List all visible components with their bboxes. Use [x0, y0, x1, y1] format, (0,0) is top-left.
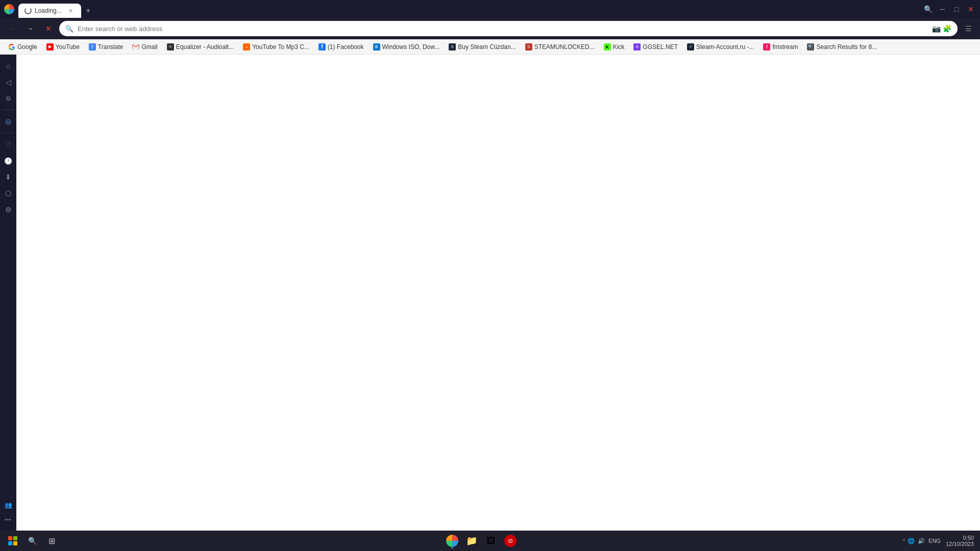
- sidebar-target-icon[interactable]: ◎: [1, 114, 15, 129]
- bookmark-youtube[interactable]: ▶ YouTube: [42, 42, 84, 52]
- bookmark-label-ytmp3: YouTube To Mp3 C...: [252, 43, 309, 51]
- bookmark-label-ggsel: GGSEL.NET: [643, 43, 678, 51]
- windows-logo: [8, 536, 17, 545]
- bookmark-favicon-steamunlocked: S: [525, 43, 532, 51]
- taskbar-search-button[interactable]: 🔍: [23, 532, 41, 549]
- tray-network-icon[interactable]: 🌐: [907, 537, 915, 545]
- browser-body: ⌂ ◁ ⧉ ◎ ♡ 🕐 ⬇ ⬡ ⚙ 👥 •••: [0, 55, 980, 531]
- sidebar-downloads-icon[interactable]: ⬇: [1, 170, 15, 184]
- title-bar-left: [4, 4, 16, 14]
- bookmark-facebook[interactable]: f (1) Facebook: [314, 42, 368, 52]
- taskbar-clock[interactable]: 0:50 12/10/2023: [944, 534, 976, 548]
- bookmark-label-google: Google: [17, 43, 37, 51]
- sidebar-back-icon[interactable]: ◁: [1, 75, 15, 89]
- clock-time: 0:50: [963, 535, 974, 541]
- bookmark-label-equalizer: Equalizer - Audioalt...: [176, 43, 234, 51]
- bookmark-favicon-youtube: ▶: [46, 43, 54, 51]
- tab-close-button[interactable]: ✕: [67, 7, 75, 15]
- bookmarks-bar: Google ▶ YouTube T Translate Gmail ≡ Equ…: [0, 39, 980, 55]
- tray-volume-icon[interactable]: 🔊: [917, 537, 925, 545]
- address-bar-icons: 📷 🧩: [932, 24, 951, 33]
- navigation-bar: ← → ✕ 🔍 📷 🧩 ☰: [0, 18, 980, 39]
- sidebar-bottom: 👥 •••: [1, 498, 15, 527]
- address-bar[interactable]: 🔍 📷 🧩: [59, 21, 958, 36]
- search-titlebar-button[interactable]: 🔍: [923, 4, 933, 14]
- bookmark-equalizer[interactable]: ≡ Equalizer - Audioalt...: [163, 42, 238, 52]
- sidebar-home-icon[interactable]: ⌂: [1, 59, 15, 73]
- back-button[interactable]: ←: [4, 21, 19, 36]
- sidebar-profiles-icon[interactable]: 👥: [1, 498, 15, 512]
- bookmark-ggsel[interactable]: G GGSEL.NET: [629, 42, 682, 52]
- bookmark-label-facebook: (1) Facebook: [328, 43, 364, 51]
- bookmark-steam-buy[interactable]: S Buy Steam Cüzdan...: [445, 42, 520, 52]
- taskbar-center: 📁 🖼 ⊘: [62, 532, 900, 549]
- bookmark-windows[interactable]: ⊞ Windows ISO, Dow...: [369, 42, 444, 52]
- system-tray: ^ 🌐 🔊: [902, 537, 925, 545]
- tab-bar: Loading... ✕ +: [18, 0, 921, 18]
- bookmark-gmail[interactable]: Gmail: [128, 42, 161, 52]
- active-tab[interactable]: Loading... ✕: [18, 4, 81, 18]
- bookmark-label-translate: Translate: [98, 43, 124, 51]
- bookmark-label-searchresults: Search Results for 8...: [816, 43, 877, 51]
- sidebar-favorites-icon[interactable]: ♡: [1, 137, 15, 152]
- bookmark-steamunlocked[interactable]: S STEAMUNLOCKED...: [521, 42, 599, 52]
- taskbar-app-files[interactable]: 📁: [463, 532, 480, 549]
- forward-button[interactable]: →: [22, 21, 38, 36]
- sidebar-extensions-icon[interactable]: ⬡: [1, 186, 15, 201]
- antivirus-icon: ⊘: [504, 535, 517, 547]
- sidebar-toggle-button[interactable]: ☰: [961, 21, 976, 36]
- browser-logo: [4, 4, 14, 14]
- address-input[interactable]: [78, 25, 928, 33]
- bookmark-searchresults[interactable]: 🔍 Search Results for 8...: [803, 42, 881, 52]
- bookmark-favicon-facebook: f: [318, 43, 326, 51]
- sidebar-settings-icon[interactable]: ⚙: [1, 203, 15, 217]
- bookmark-favicon-gmail: [132, 43, 139, 51]
- taskbar-app-taskview[interactable]: ⊞: [43, 532, 60, 549]
- bookmark-steamacc[interactable]: ✓ Steam-Account.ru -...: [683, 42, 758, 52]
- bookmark-label-steam-buy: Buy Steam Cüzdan...: [458, 43, 516, 51]
- minimize-button[interactable]: ─: [937, 4, 947, 14]
- taskbar-browser-icon: [446, 535, 458, 547]
- nav-right-icons: ☰: [961, 21, 976, 36]
- bookmark-label-steamunlocked: STEAMUNLOCKED...: [534, 43, 595, 51]
- taskbar-right: ^ 🌐 🔊 ENG 0:50 12/10/2023: [902, 534, 976, 548]
- taskbar-app-antivirus[interactable]: ⊘: [502, 532, 519, 549]
- tab-favicon-spinner: [24, 7, 32, 14]
- bookmark-ytmp3[interactable]: ♫ YouTube To Mp3 C...: [239, 42, 313, 52]
- taskbar-app-photos[interactable]: 🖼: [482, 532, 500, 549]
- bookmark-label-gmail: Gmail: [141, 43, 157, 51]
- bookmark-label-windows: Windows ISO, Dow...: [382, 43, 440, 51]
- maximize-button[interactable]: □: [951, 4, 962, 14]
- bookmark-label-fmstream: fmstream: [772, 43, 798, 51]
- bookmark-favicon-steam-buy: S: [449, 43, 456, 51]
- bookmark-favicon-equalizer: ≡: [167, 43, 174, 51]
- tab-title: Loading...: [35, 7, 62, 14]
- bookmark-google[interactable]: Google: [4, 42, 41, 52]
- main-content-area: [16, 55, 980, 531]
- taskbar-left: 🔍 ⊞: [4, 532, 60, 549]
- bookmark-fmstream[interactable]: f fmstream: [759, 42, 802, 52]
- bookmark-favicon-google: [8, 43, 15, 51]
- bookmark-translate[interactable]: T Translate: [85, 42, 128, 52]
- address-search-icon: 🔍: [65, 25, 74, 33]
- camera-icon[interactable]: 📷: [932, 24, 941, 33]
- sidebar-tabs-icon[interactable]: ⧉: [1, 91, 15, 106]
- sidebar-divider-1: [3, 110, 13, 110]
- bookmark-kick[interactable]: K Kick: [600, 42, 629, 52]
- stop-button[interactable]: ✕: [41, 21, 56, 36]
- close-button[interactable]: ✕: [966, 4, 976, 14]
- sidebar-more-icon[interactable]: •••: [1, 512, 15, 527]
- title-bar-controls: 🔍 ─ □ ✕: [923, 4, 976, 14]
- extension-icon[interactable]: 🧩: [943, 24, 951, 33]
- sidebar-history-icon[interactable]: 🕐: [1, 154, 15, 168]
- bookmark-favicon-kick: K: [604, 43, 611, 51]
- start-button[interactable]: [4, 532, 21, 549]
- bookmark-label-kick: Kick: [613, 43, 625, 51]
- tray-chevron[interactable]: ^: [902, 538, 905, 544]
- sidebar-divider-2: [3, 133, 13, 133]
- new-tab-button[interactable]: +: [81, 4, 95, 18]
- clock-date: 12/10/2023: [946, 541, 974, 547]
- bookmark-favicon-searchresults: 🔍: [807, 43, 814, 51]
- tray-lang[interactable]: ENG: [928, 538, 941, 544]
- taskbar-app-browser[interactable]: [444, 532, 461, 549]
